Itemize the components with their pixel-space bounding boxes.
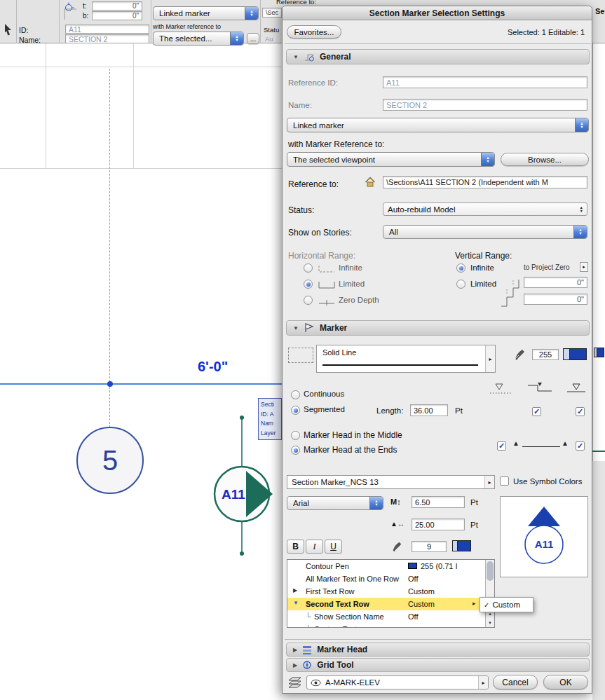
layer-dropdown[interactable]: A-MARK-ELEV ▸ (306, 675, 489, 689)
disclosure-closed-icon[interactable]: ▶ (293, 587, 297, 593)
side-arrow-icon[interactable]: ▸ (478, 676, 488, 689)
font-dropdown[interactable]: Arial ▲▼ (287, 496, 383, 510)
eye-icon[interactable] (311, 679, 321, 687)
vertical-offset-bottom-field[interactable]: 0" (524, 294, 587, 305)
grid-line-horizontal (0, 67, 282, 67)
param-row-custom-text-clipped[interactable]: └ Custom Text (287, 623, 486, 628)
segment-option-checkbox-1[interactable]: ✓ (532, 407, 541, 416)
line-type-label[interactable]: Solid Line (322, 348, 356, 357)
disclosure-closed-icon[interactable]: ▶ (293, 662, 297, 668)
marker-section-icon (304, 322, 315, 334)
use-symbol-colors-checkbox[interactable] (500, 476, 509, 486)
ok-button[interactable]: OK (543, 675, 588, 689)
top-offset-field[interactable]: 0" (92, 1, 142, 11)
length-field[interactable]: 36.00 (410, 404, 448, 416)
head-triangle-icon: ▲ (512, 439, 519, 447)
head-ends-radio[interactable] (291, 446, 300, 455)
more-options-button[interactable]: ... (247, 33, 259, 44)
marker-type-dropdown[interactable]: Linked marker ▲▼ (287, 118, 589, 132)
dropdown-stepper-icon[interactable]: ▲▼ (573, 226, 587, 238)
disclosure-open-icon[interactable]: ▼ (293, 325, 299, 331)
id-field[interactable]: A11 (65, 25, 149, 34)
section-line-node[interactable] (107, 381, 113, 387)
horizontal-zero-depth-radio[interactable] (304, 296, 313, 305)
toolbar-marker-type-dropdown[interactable]: Linked marker ▲▼ (153, 6, 259, 20)
disclosure-open-icon[interactable]: ▼ (293, 54, 299, 60)
scroll-down-icon[interactable]: ▼ (486, 618, 494, 627)
disclosure-closed-icon[interactable]: ▶ (293, 647, 297, 653)
marker-symbol-dropdown[interactable]: Section Marker_NCS 13 ▸ (287, 475, 495, 489)
marker-head-section-header[interactable]: ▶ Marker Head (286, 643, 590, 657)
general-section-label: General (320, 52, 351, 62)
general-section-header[interactable]: ▼ General (286, 49, 590, 64)
head-middle-radio[interactable] (291, 431, 300, 440)
dropdown-stepper-icon[interactable]: ▲▼ (481, 153, 494, 166)
italic-button[interactable]: I (306, 540, 323, 554)
reference-id-field[interactable]: A11 (383, 76, 587, 88)
text-pen-field[interactable]: 9 (412, 541, 447, 552)
bottom-offset-field[interactable]: 0" (92, 11, 142, 20)
side-arrow-icon[interactable]: ▸ (485, 345, 495, 372)
dimension-text[interactable]: 6'-0" (198, 359, 228, 375)
vertical-offset-top-field[interactable]: 0" (524, 277, 587, 288)
dropdown-stepper-icon[interactable]: ▲▼ (245, 7, 258, 20)
horizontal-infinite-radio[interactable] (304, 263, 313, 273)
marker-endpoint[interactable] (240, 416, 244, 420)
browse-button[interactable]: Browse... (501, 153, 589, 166)
dropdown-stepper-icon[interactable]: ▲▼ (575, 118, 588, 132)
underline-button[interactable]: U (325, 540, 342, 554)
text-pen-color-swatch[interactable] (452, 540, 471, 551)
side-arrow-icon[interactable]: ▸ (484, 476, 494, 488)
continuous-radio[interactable] (291, 390, 300, 399)
pen-color-swatch[interactable] (563, 348, 587, 360)
vertical-infinite-radio[interactable] (456, 263, 465, 273)
line-type-dropdown[interactable]: Solid Line ▸ (316, 345, 496, 373)
marker-endpoint[interactable] (240, 551, 244, 556)
bold-button[interactable]: B (287, 540, 304, 554)
dialog-title-bar[interactable]: Section Marker Selection Settings (283, 6, 592, 20)
head-option-checkbox-1[interactable]: ✓ (497, 441, 506, 451)
cancel-button[interactable]: Cancel (493, 675, 538, 689)
scrollbar-thumb[interactable] (487, 561, 494, 581)
grid-bubble[interactable]: 5 (76, 427, 144, 494)
toolbar-reference-dropdown[interactable]: The selected... ▲▼ (153, 32, 244, 46)
dropdown-stepper-icon[interactable]: ▲▼ (230, 32, 243, 45)
section-line[interactable] (0, 383, 282, 385)
marker-name-field[interactable]: SECTION 2 (383, 99, 587, 111)
stepper-icon[interactable]: ▲▼ (580, 206, 587, 213)
marker-section-header[interactable]: ▼ Marker (286, 320, 590, 336)
reference-path-field[interactable]: \Sections\A11 SECTION 2 (Independent wit… (383, 176, 587, 188)
param-pen-swatch (408, 563, 417, 569)
horizontal-limited-radio[interactable] (304, 280, 313, 289)
param-row-show-section-name[interactable]: └ Show Section Name Off (287, 610, 486, 623)
segmented-radio[interactable] (291, 406, 300, 415)
with-marker-reference-label: with Marker Reference to: (288, 139, 384, 149)
show-on-stories-label: Show on Stories: (288, 228, 352, 238)
marker-size-field[interactable]: 25.00 (412, 519, 465, 530)
disclosure-open-icon[interactable]: ▼ (293, 600, 299, 606)
viewpoint-dropdown[interactable]: The selected viewpoint ▲▼ (287, 152, 495, 167)
segment-option-checkbox-2[interactable]: ✓ (576, 407, 585, 416)
dropdown-stepper-icon[interactable]: ▲▼ (369, 497, 383, 509)
stories-dropdown[interactable]: All ▲▼ (383, 225, 587, 239)
name-label: Name: (19, 36, 41, 44)
name-field[interactable]: SECTION 2 (65, 34, 149, 43)
select-tool-icon[interactable] (2, 22, 14, 39)
popup-menu-item-custom[interactable]: Custom (492, 601, 520, 609)
marker-preview-box: A11 (500, 496, 588, 577)
param-row-contour-pen[interactable]: Contour Pen 255 (0.71 I (287, 560, 486, 572)
row-popup-arrow-icon[interactable]: ▸ (473, 600, 476, 607)
param-row-all-marker-text[interactable]: All Marker Text in One Row Off (287, 572, 486, 585)
param-row-second-text-row[interactable]: ▼ Second Text Row Custom ▸ (287, 598, 486, 610)
status-dropdown[interactable]: Auto-rebuild Model ▲▼ (383, 203, 587, 216)
home-icon (365, 177, 376, 187)
vertical-limited-radio[interactable] (456, 280, 465, 289)
font-size-field[interactable]: 6.50 (412, 496, 465, 508)
param-row-first-text-row[interactable]: ▶ First Text Row Custom (287, 585, 486, 598)
grid-tool-section-header[interactable]: ▶ Grid Tool (286, 658, 590, 672)
line-pen-field[interactable]: 255 (532, 349, 559, 360)
head-option-checkbox-2[interactable]: ✓ (576, 441, 585, 451)
favorites-button[interactable]: Favorites... (287, 25, 341, 39)
project-zero-stepper[interactable]: ▸ (580, 262, 588, 272)
list-scrollbar[interactable]: ▲ ▼ (485, 560, 494, 627)
